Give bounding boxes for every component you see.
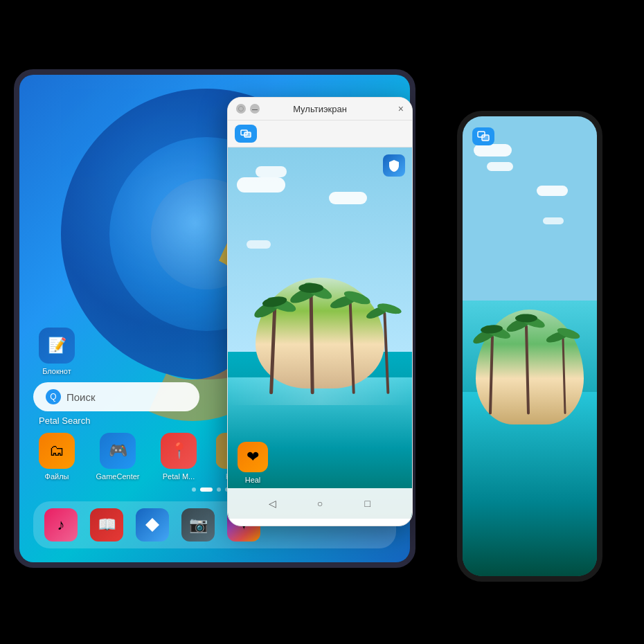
search-circle-icon: Q xyxy=(46,389,61,404)
window-titlebar: — Мультиэкран × xyxy=(228,98,412,120)
svg-point-12 xyxy=(299,283,324,293)
scene: 📝 Блокнот Q Поиск Petal Search 🗂 Файлы xyxy=(0,0,644,644)
window-close-button[interactable]: × xyxy=(398,103,404,114)
multiscreen-window: — Мультиэкран × xyxy=(227,97,413,526)
pp-multiscreen-button[interactable] xyxy=(472,127,494,145)
pp-cloud-4 xyxy=(543,217,564,224)
app-files-icon: 🗂 xyxy=(39,433,75,469)
phone-heal-label: Heal xyxy=(245,476,261,484)
pp-cloud-1 xyxy=(474,144,512,156)
dock-hilink-icon[interactable] xyxy=(136,508,169,542)
svg-line-13 xyxy=(350,303,354,393)
phone-screen-apps xyxy=(383,154,405,177)
search-input-label: Поиск xyxy=(66,391,96,403)
cloud-1 xyxy=(237,177,285,193)
page-dot-3 xyxy=(217,488,221,492)
svg-line-23 xyxy=(526,327,528,413)
multiscreen-toolbar-icon[interactable] xyxy=(235,125,257,143)
phone-heal-icon: ❤ xyxy=(238,442,268,472)
svg-point-26 xyxy=(515,314,537,323)
window-btn-1[interactable] xyxy=(236,104,246,114)
dock-reader-icon[interactable]: 📖 xyxy=(90,508,123,542)
svg-line-19 xyxy=(490,337,492,413)
app-files-label: Файлы xyxy=(45,472,69,481)
app-files[interactable]: 🗂 Файлы xyxy=(33,433,80,481)
shield-app-icon xyxy=(383,154,405,177)
nav-back-button[interactable]: ◁ xyxy=(265,497,279,510)
svg-line-16 xyxy=(385,314,388,393)
physical-phone xyxy=(457,111,602,582)
app-petal-maps-label: Petal M... xyxy=(163,472,195,481)
svg-line-27 xyxy=(563,339,565,413)
island-wallpaper: ❤ Heal ◁ ○ □ xyxy=(228,147,412,519)
app-gamecenter-icon: 🎮 xyxy=(100,433,136,469)
phone-bottom-apps: ❤ Heal xyxy=(235,442,271,484)
dock-camera-icon[interactable]: 📷 xyxy=(181,508,215,542)
svg-marker-0 xyxy=(145,518,159,532)
svg-point-1 xyxy=(239,107,244,111)
window-btn-minimize[interactable]: — xyxy=(250,104,260,114)
app-petal-maps[interactable]: 📍 Petal M... xyxy=(155,433,202,481)
search-bar[interactable]: Q Поиск xyxy=(33,382,199,411)
page-dot-1 xyxy=(192,488,196,492)
nav-recent-button[interactable]: □ xyxy=(361,497,375,510)
svg-line-9 xyxy=(311,296,312,393)
app-notepad-label: Блокнот xyxy=(42,367,71,375)
window-phone-screen: ❤ Heal ◁ ○ □ xyxy=(228,147,412,519)
app-gamecenter-label: GameCenter xyxy=(96,472,140,481)
dock-music-icon[interactable]: ♪ xyxy=(44,508,78,542)
pp-cloud-2 xyxy=(487,162,513,171)
svg-rect-31 xyxy=(482,135,489,141)
window-toolbar xyxy=(228,120,412,147)
palm-trees-svg xyxy=(237,240,412,407)
pp-palms-svg xyxy=(463,254,597,447)
phone-nav-bar: ◁ ○ □ xyxy=(228,488,412,519)
phone-heal-app: ❤ Heal xyxy=(235,442,271,484)
window-title: Мультиэкран xyxy=(293,104,347,114)
window-controls: — xyxy=(236,104,260,114)
page-dot-2 xyxy=(200,488,213,492)
app-petal-maps-icon: 📍 xyxy=(161,433,197,469)
physical-phone-wallpaper xyxy=(463,116,597,576)
cloud-3 xyxy=(329,192,367,204)
pp-cloud-3 xyxy=(537,186,568,196)
svg-rect-3 xyxy=(244,132,251,137)
cloud-2 xyxy=(256,166,287,177)
app-gamecenter[interactable]: 🎮 GameCenter xyxy=(94,433,141,481)
nav-home-button[interactable]: ○ xyxy=(313,497,327,510)
physical-phone-screen xyxy=(463,116,597,576)
svg-line-5 xyxy=(271,310,275,393)
app-notepad[interactable]: 📝 Блокнот xyxy=(33,328,80,375)
app-notepad-icon: 📝 xyxy=(39,328,75,364)
